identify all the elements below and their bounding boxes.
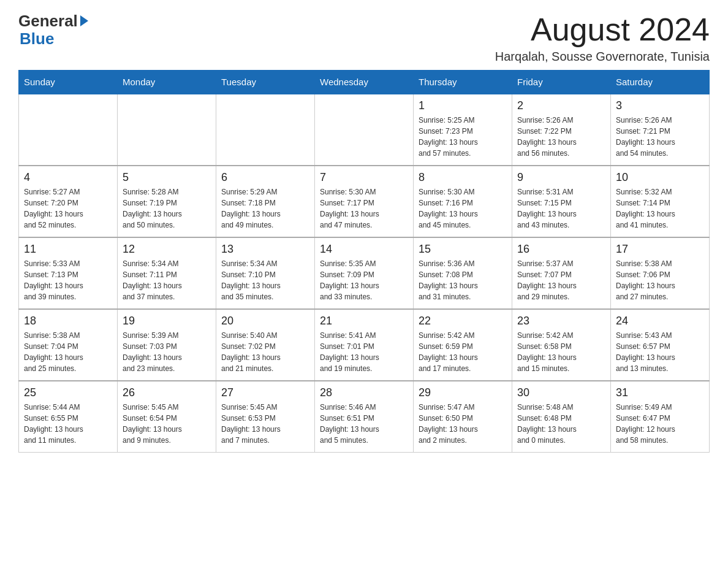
calendar-cell: 23Sunrise: 5:42 AM Sunset: 6:58 PM Dayli… (512, 309, 611, 381)
title-block: August 2024 Harqalah, Sousse Governorate… (495, 12, 710, 64)
day-number: 14 (320, 243, 408, 256)
day-number: 8 (419, 171, 507, 184)
calendar-cell: 30Sunrise: 5:48 AM Sunset: 6:48 PM Dayli… (512, 381, 611, 453)
day-info: Sunrise: 5:39 AM Sunset: 7:03 PM Dayligh… (123, 330, 211, 374)
calendar-cell: 12Sunrise: 5:34 AM Sunset: 7:11 PM Dayli… (118, 237, 216, 309)
day-info: Sunrise: 5:31 AM Sunset: 7:15 PM Dayligh… (517, 186, 605, 231)
day-number: 6 (221, 171, 309, 184)
day-number: 19 (123, 315, 211, 327)
day-number: 21 (320, 315, 408, 327)
day-info: Sunrise: 5:32 AM Sunset: 7:14 PM Dayligh… (616, 186, 704, 231)
day-number: 10 (616, 171, 704, 184)
weekday-header-tuesday: Tuesday (216, 71, 315, 94)
weekday-header-monday: Monday (118, 71, 216, 94)
calendar-cell: 19Sunrise: 5:39 AM Sunset: 7:03 PM Dayli… (118, 309, 216, 381)
calendar-cell: 5Sunrise: 5:28 AM Sunset: 7:19 PM Daylig… (118, 166, 216, 237)
day-info: Sunrise: 5:25 AM Sunset: 7:23 PM Dayligh… (419, 115, 507, 159)
day-number: 30 (517, 386, 605, 399)
calendar-cell (118, 94, 216, 166)
calendar-week-row: 25Sunrise: 5:44 AM Sunset: 6:55 PM Dayli… (19, 381, 710, 453)
day-info: Sunrise: 5:46 AM Sunset: 6:51 PM Dayligh… (320, 402, 408, 446)
day-number: 20 (221, 315, 309, 327)
calendar-cell: 16Sunrise: 5:37 AM Sunset: 7:07 PM Dayli… (512, 237, 611, 309)
location-subtitle: Harqalah, Sousse Governorate, Tunisia (495, 50, 710, 64)
day-number: 23 (517, 315, 605, 327)
day-number: 22 (419, 315, 507, 327)
calendar-cell: 10Sunrise: 5:32 AM Sunset: 7:14 PM Dayli… (611, 166, 710, 237)
weekday-header-wednesday: Wednesday (315, 71, 414, 94)
day-number: 27 (221, 386, 309, 399)
month-year-title: August 2024 (495, 12, 710, 47)
calendar-cell: 14Sunrise: 5:35 AM Sunset: 7:09 PM Dayli… (315, 237, 414, 309)
calendar-cell: 20Sunrise: 5:40 AM Sunset: 7:02 PM Dayli… (216, 309, 315, 381)
calendar-table: SundayMondayTuesdayWednesdayThursdayFrid… (18, 70, 710, 453)
calendar-cell: 24Sunrise: 5:43 AM Sunset: 6:57 PM Dayli… (611, 309, 710, 381)
day-info: Sunrise: 5:38 AM Sunset: 7:06 PM Dayligh… (616, 258, 704, 302)
day-number: 2 (517, 99, 605, 112)
day-info: Sunrise: 5:30 AM Sunset: 7:17 PM Dayligh… (320, 186, 408, 231)
calendar-cell: 22Sunrise: 5:42 AM Sunset: 6:59 PM Dayli… (414, 309, 512, 381)
day-info: Sunrise: 5:30 AM Sunset: 7:16 PM Dayligh… (419, 186, 507, 231)
day-number: 5 (123, 171, 211, 184)
day-number: 24 (616, 315, 704, 327)
calendar-cell: 3Sunrise: 5:26 AM Sunset: 7:21 PM Daylig… (611, 94, 710, 166)
calendar-cell: 4Sunrise: 5:27 AM Sunset: 7:20 PM Daylig… (19, 166, 118, 237)
day-info: Sunrise: 5:26 AM Sunset: 7:22 PM Dayligh… (517, 115, 605, 159)
day-info: Sunrise: 5:34 AM Sunset: 7:11 PM Dayligh… (123, 258, 211, 302)
weekday-header-sunday: Sunday (19, 71, 118, 94)
calendar-cell: 7Sunrise: 5:30 AM Sunset: 7:17 PM Daylig… (315, 166, 414, 237)
calendar-cell: 25Sunrise: 5:44 AM Sunset: 6:55 PM Dayli… (19, 381, 118, 453)
calendar-cell: 17Sunrise: 5:38 AM Sunset: 7:06 PM Dayli… (611, 237, 710, 309)
calendar-cell: 13Sunrise: 5:34 AM Sunset: 7:10 PM Dayli… (216, 237, 315, 309)
day-info: Sunrise: 5:42 AM Sunset: 6:59 PM Dayligh… (419, 330, 507, 374)
calendar-cell: 11Sunrise: 5:33 AM Sunset: 7:13 PM Dayli… (19, 237, 118, 309)
calendar-week-row: 18Sunrise: 5:38 AM Sunset: 7:04 PM Dayli… (19, 309, 710, 381)
day-number: 7 (320, 171, 408, 184)
weekday-header-friday: Friday (512, 71, 611, 94)
calendar-cell: 29Sunrise: 5:47 AM Sunset: 6:50 PM Dayli… (414, 381, 512, 453)
calendar-week-row: 11Sunrise: 5:33 AM Sunset: 7:13 PM Dayli… (19, 237, 710, 309)
day-number: 31 (616, 386, 704, 399)
day-info: Sunrise: 5:45 AM Sunset: 6:53 PM Dayligh… (221, 402, 309, 446)
calendar-cell: 31Sunrise: 5:49 AM Sunset: 6:47 PM Dayli… (611, 381, 710, 453)
calendar-cell: 26Sunrise: 5:45 AM Sunset: 6:54 PM Dayli… (118, 381, 216, 453)
day-info: Sunrise: 5:42 AM Sunset: 6:58 PM Dayligh… (517, 330, 605, 374)
day-number: 11 (24, 243, 112, 256)
day-info: Sunrise: 5:38 AM Sunset: 7:04 PM Dayligh… (24, 330, 112, 374)
day-number: 15 (419, 243, 507, 256)
calendar-cell: 1Sunrise: 5:25 AM Sunset: 7:23 PM Daylig… (414, 94, 512, 166)
weekday-header-thursday: Thursday (414, 71, 512, 94)
day-info: Sunrise: 5:26 AM Sunset: 7:21 PM Dayligh… (616, 115, 704, 159)
day-info: Sunrise: 5:29 AM Sunset: 7:18 PM Dayligh… (221, 186, 309, 231)
calendar-cell (216, 94, 315, 166)
calendar-cell: 6Sunrise: 5:29 AM Sunset: 7:18 PM Daylig… (216, 166, 315, 237)
day-info: Sunrise: 5:41 AM Sunset: 7:01 PM Dayligh… (320, 330, 408, 374)
day-info: Sunrise: 5:43 AM Sunset: 6:57 PM Dayligh… (616, 330, 704, 374)
day-info: Sunrise: 5:49 AM Sunset: 6:47 PM Dayligh… (616, 402, 704, 446)
calendar-cell: 28Sunrise: 5:46 AM Sunset: 6:51 PM Dayli… (315, 381, 414, 453)
day-info: Sunrise: 5:33 AM Sunset: 7:13 PM Dayligh… (24, 258, 112, 302)
day-info: Sunrise: 5:44 AM Sunset: 6:55 PM Dayligh… (24, 402, 112, 446)
day-number: 9 (517, 171, 605, 184)
logo: General Blue (18, 12, 88, 47)
day-number: 12 (123, 243, 211, 256)
calendar-cell: 18Sunrise: 5:38 AM Sunset: 7:04 PM Dayli… (19, 309, 118, 381)
day-number: 4 (24, 171, 112, 184)
day-info: Sunrise: 5:47 AM Sunset: 6:50 PM Dayligh… (419, 402, 507, 446)
day-info: Sunrise: 5:27 AM Sunset: 7:20 PM Dayligh… (24, 186, 112, 231)
day-number: 16 (517, 243, 605, 256)
calendar-cell: 2Sunrise: 5:26 AM Sunset: 7:22 PM Daylig… (512, 94, 611, 166)
day-info: Sunrise: 5:37 AM Sunset: 7:07 PM Dayligh… (517, 258, 605, 302)
calendar-cell (19, 94, 118, 166)
weekday-header-saturday: Saturday (611, 71, 710, 94)
weekday-header-row: SundayMondayTuesdayWednesdayThursdayFrid… (19, 71, 710, 94)
calendar-cell (315, 94, 414, 166)
day-number: 3 (616, 99, 704, 112)
day-info: Sunrise: 5:48 AM Sunset: 6:48 PM Dayligh… (517, 402, 605, 446)
day-number: 25 (24, 386, 112, 399)
calendar-cell: 9Sunrise: 5:31 AM Sunset: 7:15 PM Daylig… (512, 166, 611, 237)
day-number: 17 (616, 243, 704, 256)
logo-blue: Blue (20, 30, 88, 48)
day-info: Sunrise: 5:36 AM Sunset: 7:08 PM Dayligh… (419, 258, 507, 302)
day-number: 1 (419, 99, 507, 112)
